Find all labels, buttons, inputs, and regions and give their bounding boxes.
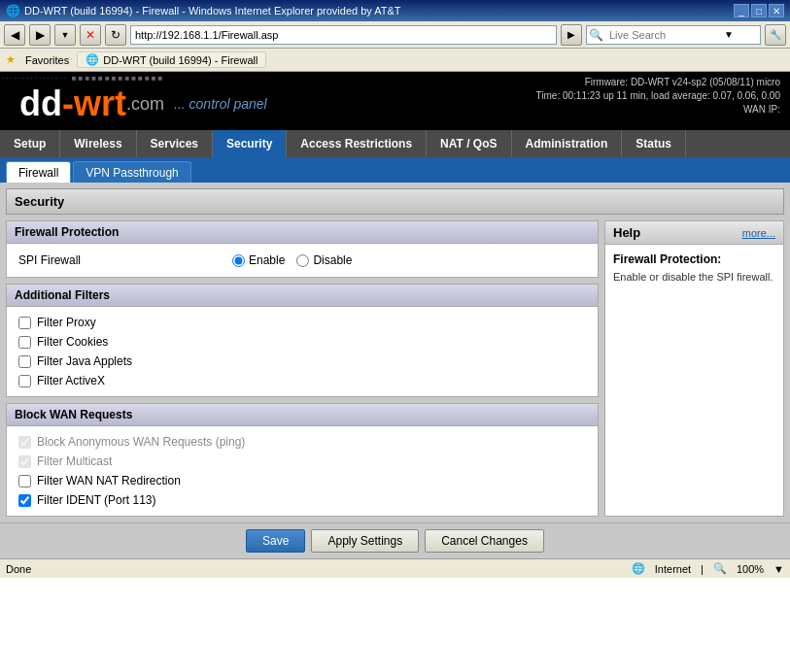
- help-header: Help more...: [604, 220, 784, 245]
- nav-tab-security[interactable]: Security: [213, 130, 287, 157]
- back-button[interactable]: ◀: [4, 24, 25, 46]
- left-column: Firewall Protection SPI Firewall Enable …: [6, 220, 599, 517]
- filter-ident-checkbox[interactable]: [18, 494, 31, 507]
- status-right: 🌐 Internet | 🔍 100% ▼: [632, 562, 784, 575]
- internet-zone-label: Internet: [655, 563, 691, 575]
- firewall-protection-header: Firewall Protection: [7, 221, 598, 244]
- filter-wan-nat-label: Filter WAN NAT Redirection: [37, 474, 181, 487]
- go-button[interactable]: ▶: [561, 24, 582, 46]
- disable-label: Disable: [313, 253, 352, 267]
- sub-nav: Firewall VPN Passthrough: [0, 157, 790, 183]
- favbar-tab[interactable]: 🌐 DD-WRT (build 16994) - Firewall: [77, 51, 266, 68]
- filter-activex-label: Filter ActiveX: [37, 374, 105, 387]
- nav-tab-status[interactable]: Status: [622, 130, 686, 157]
- bottom-bar: Save Apply Settings Cancel Changes: [0, 522, 790, 558]
- favbar-tab-label: DD-WRT (build 16994) - Firewall: [103, 54, 258, 66]
- block-anon-checkbox[interactable]: [18, 436, 31, 449]
- internet-zone-icon: 🌐: [632, 562, 645, 575]
- filter-activex-row: Filter ActiveX: [18, 371, 586, 390]
- nav-tab-administration[interactable]: Administration: [512, 130, 623, 157]
- dropdown-button[interactable]: ▼: [54, 24, 76, 46]
- enable-label: Enable: [249, 253, 285, 267]
- section-title: Security: [6, 188, 784, 215]
- block-wan-card: Block WAN Requests Block Anonymous WAN R…: [6, 403, 599, 517]
- nav-tab-access-restrictions[interactable]: Access Restrictions: [287, 130, 427, 157]
- forward-button[interactable]: ▶: [29, 24, 51, 46]
- disable-radio-label[interactable]: Disable: [296, 253, 352, 267]
- nav-tab-nat-qos[interactable]: NAT / QoS: [427, 130, 511, 157]
- titlebar-title: DD-WRT (build 16994) - Firewall - Window…: [24, 5, 401, 17]
- refresh-button[interactable]: ↻: [105, 24, 126, 46]
- content-area: Security Firewall Protection SPI Firewal…: [0, 183, 790, 522]
- filter-java-checkbox[interactable]: [18, 355, 31, 368]
- block-wan-header: Block WAN Requests: [7, 404, 598, 426]
- save-button[interactable]: Save: [246, 529, 305, 553]
- help-panel: Help more... Firewall Protection: Enable…: [604, 220, 784, 517]
- filter-activex-checkbox[interactable]: [18, 375, 31, 387]
- nav-tab-services[interactable]: Services: [137, 130, 213, 157]
- zoom-dropdown-icon[interactable]: ▼: [773, 563, 784, 575]
- page-header: ················ ■■■■■■■■■■■■■■ dd-wrt.c…: [0, 72, 790, 130]
- zoom-level: 100%: [737, 563, 764, 575]
- cancel-button[interactable]: Cancel Changes: [425, 529, 544, 553]
- firewall-protection-card: Firewall Protection SPI Firewall Enable …: [6, 220, 599, 278]
- enable-radio[interactable]: [232, 254, 245, 267]
- tab-icon: 🌐: [86, 53, 99, 66]
- content-row: Firewall Protection SPI Firewall Enable …: [6, 220, 784, 517]
- sub-tab-vpn[interactable]: VPN Passthrough: [73, 161, 190, 183]
- zoom-divider: |: [701, 563, 704, 575]
- enable-radio-label[interactable]: Enable: [232, 253, 285, 267]
- block-wan-body: Block Anonymous WAN Requests (ping) Filt…: [7, 426, 598, 516]
- header-dots: ················ ■■■■■■■■■■■■■■: [0, 72, 166, 84]
- disable-radio[interactable]: [296, 254, 309, 267]
- help-title: Help: [613, 225, 640, 240]
- sub-tab-firewall[interactable]: Firewall: [6, 161, 71, 183]
- nav-tab-setup[interactable]: Setup: [0, 130, 60, 157]
- firewall-protection-row: SPI Firewall Enable Disable: [7, 244, 598, 277]
- close-button[interactable]: ✕: [769, 4, 784, 17]
- favorites-label: Favorites: [25, 54, 69, 66]
- filter-multicast-checkbox[interactable]: [18, 455, 31, 468]
- help-body: Firewall Protection: Enable or disable t…: [604, 245, 784, 517]
- filter-proxy-checkbox[interactable]: [18, 317, 31, 329]
- address-bar-input[interactable]: http://192.168.1.1/Firewall.asp: [130, 25, 557, 45]
- filter-cookies-checkbox[interactable]: [18, 336, 31, 349]
- nav-tab-wireless[interactable]: Wireless: [60, 130, 136, 157]
- logo-area: dd-wrt.com ... control panel: [19, 84, 267, 124]
- logo-wrt: -wrt: [62, 84, 126, 124]
- favorites-star-icon: ★: [6, 53, 16, 66]
- zoom-icon: 🔍: [713, 562, 727, 575]
- spi-firewall-label: SPI Firewall: [18, 253, 232, 267]
- maximize-button[interactable]: □: [751, 4, 767, 17]
- titlebar-icon: 🌐: [6, 4, 20, 17]
- wan-ip-info: WAN IP:: [536, 103, 780, 117]
- tools-button[interactable]: 🔧: [765, 24, 786, 46]
- search-input[interactable]: [605, 29, 722, 41]
- filter-cookies-row: Filter Cookies: [18, 332, 586, 352]
- filter-java-label: Filter Java Applets: [37, 354, 132, 368]
- statusbar: Done 🌐 Internet | 🔍 100% ▼: [0, 558, 790, 578]
- filter-proxy-row: Filter Proxy: [18, 313, 586, 332]
- additional-filters-header: Additional Filters: [7, 285, 598, 307]
- search-submit-icon[interactable]: ▼: [722, 27, 736, 42]
- logo-dotcom: .com: [126, 94, 164, 115]
- stop-button[interactable]: ✕: [80, 24, 101, 46]
- block-anon-label: Block Anonymous WAN Requests (ping): [37, 435, 245, 449]
- status-text: Done: [6, 563, 31, 575]
- titlebar-buttons: _ □ ✕: [734, 4, 784, 17]
- help-more-link[interactable]: more...: [742, 227, 775, 239]
- filter-wan-nat-checkbox[interactable]: [18, 475, 31, 487]
- minimize-button[interactable]: _: [734, 4, 749, 17]
- filter-wan-nat-row: Filter WAN NAT Redirection: [18, 471, 586, 490]
- titlebar: 🌐 DD-WRT (build 16994) - Firewall - Wind…: [0, 0, 790, 21]
- filter-proxy-label: Filter Proxy: [37, 316, 96, 329]
- help-section-title: Firewall Protection:: [613, 252, 775, 266]
- filter-ident-label: Filter IDENT (Port 113): [37, 493, 155, 507]
- additional-filters-body: Filter Proxy Filter Cookies Filter Java …: [7, 307, 598, 396]
- apply-button[interactable]: Apply Settings: [311, 529, 419, 553]
- favbar: ★ Favorites 🌐 DD-WRT (build 16994) - Fir…: [0, 49, 790, 72]
- titlebar-left: 🌐 DD-WRT (build 16994) - Firewall - Wind…: [6, 4, 401, 17]
- block-anon-row: Block Anonymous WAN Requests (ping): [18, 432, 586, 452]
- search-box: 🔍 ▼: [586, 25, 761, 45]
- filter-java-row: Filter Java Applets: [18, 352, 586, 371]
